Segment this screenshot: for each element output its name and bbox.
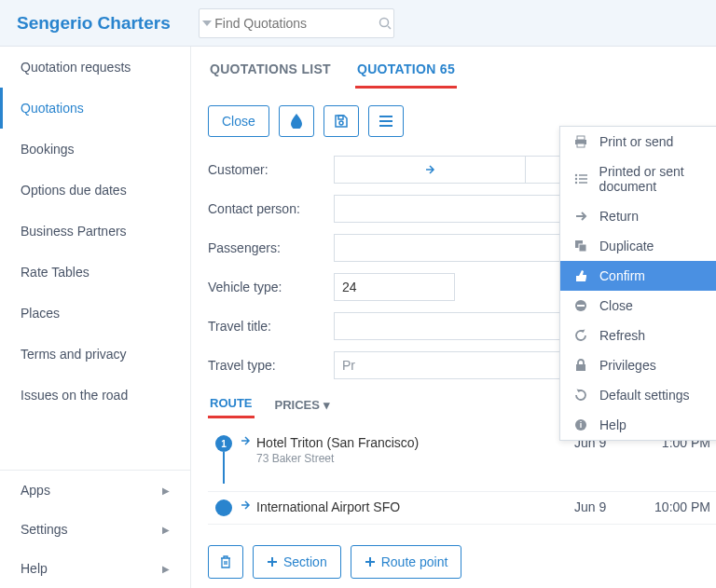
button-label: Section: [283, 554, 327, 569]
svg-point-16: [575, 182, 577, 184]
print-icon: [573, 135, 588, 148]
menu-item-label: Default settings: [599, 388, 690, 403]
menu-item-close[interactable]: Close: [560, 291, 716, 321]
menu-item-print-send[interactable]: Print or send: [560, 127, 716, 157]
search-icon[interactable]: [378, 17, 393, 30]
customer-label: Customer:: [208, 162, 334, 177]
svg-rect-19: [579, 244, 586, 252]
close-button[interactable]: Close: [208, 105, 269, 137]
arrow-right-icon: [240, 499, 251, 511]
subtab-label: PRICES: [275, 398, 320, 412]
brand: Sengerio Charters: [17, 13, 171, 34]
sidebar-item-places[interactable]: Places: [0, 293, 190, 334]
tab-quotations-list[interactable]: QUOTATIONS LIST: [208, 62, 333, 89]
menu-item-refresh[interactable]: Refresh: [560, 321, 716, 350]
menu-item-label: Printed or sent document: [599, 164, 716, 194]
add-route-point-button[interactable]: Route point: [351, 545, 462, 579]
plus-icon: [365, 556, 376, 567]
vehicle-type-field[interactable]: 24: [334, 273, 455, 301]
menu-icon[interactable]: [368, 105, 404, 137]
tabs: QUOTATIONS LIST QUOTATION 65: [208, 47, 716, 89]
route-date: Jun 9: [567, 499, 651, 514]
delete-button[interactable]: [208, 545, 243, 579]
dropdown-menu: Print or send Printed or sent document R…: [559, 126, 716, 441]
subtab-route[interactable]: ROUTE: [208, 390, 255, 418]
sidebar-item-rate-tables[interactable]: Rate Tables: [0, 252, 190, 293]
route-actions: Section Route point: [208, 545, 716, 579]
menu-item-label: Refresh: [599, 328, 645, 343]
contact-label: Contact person:: [208, 201, 334, 216]
tab-quotation-detail[interactable]: QUOTATION 65: [355, 62, 457, 89]
button-label: Route point: [381, 554, 448, 569]
sidebar-item-options-due-dates[interactable]: Options due dates: [0, 170, 190, 211]
duplicate-icon: [573, 239, 588, 253]
caret-right-icon: ▶: [162, 485, 170, 496]
caret-right-icon: ▶: [162, 525, 170, 535]
list-icon: [573, 173, 588, 185]
sidebar-item-bookings[interactable]: Bookings: [0, 129, 190, 170]
menu-item-label: Print or send: [599, 134, 673, 149]
svg-point-12: [575, 174, 577, 176]
menu-item-help[interactable]: i Help: [560, 410, 716, 440]
menu-item-default-settings[interactable]: Default settings: [560, 380, 716, 410]
route-row[interactable]: International Airport SFO Jun 9 10:00 PM: [208, 492, 716, 525]
vehicle-label: Vehicle type:: [208, 280, 334, 294]
sidebar-item-help[interactable]: Help▶: [0, 549, 190, 588]
vehicle-value: 24: [342, 280, 357, 294]
confirm-icon: [573, 269, 588, 282]
svg-point-0: [380, 18, 389, 26]
route-connector: [223, 452, 225, 484]
customer-lookup-icon[interactable]: [334, 156, 526, 184]
tint-icon[interactable]: [279, 105, 314, 137]
route-list: 1 Hotel Triton (San Francisco) 73 Baker …: [208, 428, 716, 525]
sidebar-item-label: Apps: [21, 483, 50, 498]
caret-right-icon: ▶: [162, 564, 170, 574]
search-box[interactable]: [199, 8, 394, 38]
svg-point-3: [339, 121, 343, 125]
menu-item-label: Close: [599, 298, 633, 313]
sidebar: Quotation requests Quotations Bookings O…: [0, 47, 191, 588]
route-step-badge: 1: [215, 435, 232, 452]
menu-item-confirm[interactable]: Confirm: [560, 261, 716, 291]
add-section-button[interactable]: Section: [253, 545, 341, 579]
refresh-icon: [573, 329, 588, 342]
sidebar-item-apps[interactable]: Apps▶: [0, 471, 190, 510]
undo-icon: [573, 389, 588, 402]
close-icon: [573, 299, 588, 312]
travel-type-value: Pr: [342, 358, 355, 373]
menu-item-label: Duplicate: [599, 239, 654, 253]
menu-item-return[interactable]: Return: [560, 201, 716, 231]
sidebar-item-terms-privacy[interactable]: Terms and privacy: [0, 334, 190, 375]
route-location: International Airport SFO: [256, 499, 567, 514]
menu-item-label: Return: [599, 209, 639, 224]
route-time: 10:00 PM: [651, 499, 716, 514]
route-step-badge: [215, 499, 232, 516]
sidebar-item-label: Help: [21, 561, 48, 576]
help-icon: i: [573, 418, 588, 431]
chevron-down-icon: ▾: [324, 398, 330, 412]
save-icon[interactable]: [324, 105, 359, 137]
sidebar-item-quotations[interactable]: Quotations: [0, 88, 190, 129]
sidebar-item-issues[interactable]: Issues on the road: [0, 375, 190, 416]
sidebar-item-quotation-requests[interactable]: Quotation requests: [0, 47, 190, 88]
subtab-prices[interactable]: PRICES ▾: [273, 390, 332, 418]
menu-item-label: Help: [599, 417, 626, 432]
return-icon: [573, 211, 588, 222]
menu-item-duplicate[interactable]: Duplicate: [560, 231, 716, 261]
menu-item-printed-docs[interactable]: Printed or sent document: [560, 157, 716, 201]
filter-icon[interactable]: [200, 19, 215, 28]
search-input[interactable]: [214, 16, 378, 31]
plus-icon: [267, 556, 278, 567]
arrow-right-icon: [240, 435, 251, 446]
sidebar-item-settings[interactable]: Settings▶: [0, 510, 190, 549]
menu-item-label: Confirm: [599, 268, 645, 283]
passengers-label: Passengers:: [208, 240, 334, 255]
travel-type-label: Travel type:: [208, 358, 334, 373]
svg-text:i: i: [580, 420, 583, 430]
svg-point-14: [575, 178, 577, 180]
sidebar-item-business-partners[interactable]: Business Partners: [0, 211, 190, 252]
route-location: Hotel Triton (San Francisco): [256, 435, 567, 450]
menu-item-privileges[interactable]: Privileges: [560, 350, 716, 380]
svg-line-1: [388, 26, 391, 29]
travel-title-label: Travel title:: [208, 319, 334, 334]
